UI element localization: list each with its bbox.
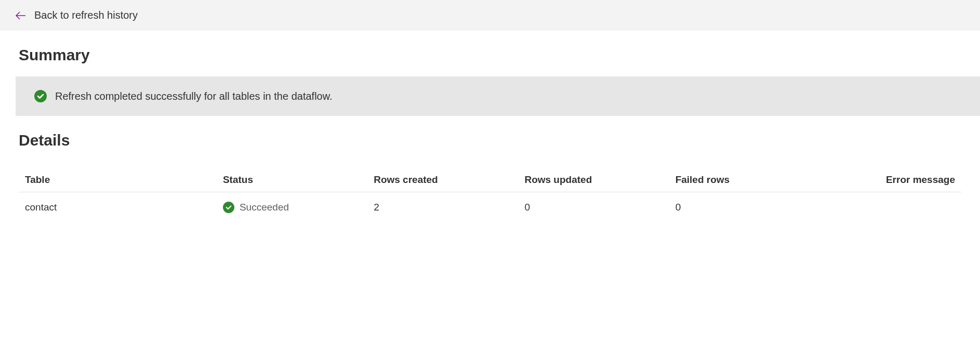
cell-table-name: contact xyxy=(19,192,217,223)
table-row: contact Succeeded 2 0 0 xyxy=(19,192,961,223)
column-header-error-message[interactable]: Error message xyxy=(820,168,961,192)
column-header-failed-rows[interactable]: Failed rows xyxy=(669,168,820,192)
column-header-table[interactable]: Table xyxy=(19,168,217,192)
status-success-icon xyxy=(223,202,234,213)
column-header-status[interactable]: Status xyxy=(217,168,367,192)
header-bar: Back to refresh history xyxy=(0,0,980,31)
summary-title: Summary xyxy=(19,46,961,64)
cell-error-message xyxy=(820,192,961,223)
details-title: Details xyxy=(19,131,961,149)
summary-banner: Refresh completed successfully for all t… xyxy=(16,76,980,116)
table-header-row: Table Status Rows created Rows updated F… xyxy=(19,168,961,192)
cell-rows-updated: 0 xyxy=(518,192,669,223)
main-content: Summary Refresh completed successfully f… xyxy=(0,31,980,222)
column-header-rows-updated[interactable]: Rows updated xyxy=(518,168,669,192)
status-label: Succeeded xyxy=(240,202,289,213)
summary-message: Refresh completed successfully for all t… xyxy=(55,90,333,102)
cell-status: Succeeded xyxy=(217,192,367,223)
cell-rows-created: 2 xyxy=(367,192,518,223)
details-table: Table Status Rows created Rows updated F… xyxy=(19,168,961,222)
details-section: Details Table Status Rows created Rows u… xyxy=(0,131,980,222)
cell-failed-rows: 0 xyxy=(669,192,820,223)
back-arrow-icon[interactable] xyxy=(16,10,26,21)
column-header-rows-created[interactable]: Rows created xyxy=(367,168,518,192)
back-link[interactable]: Back to refresh history xyxy=(34,9,138,21)
success-check-icon xyxy=(34,90,47,102)
